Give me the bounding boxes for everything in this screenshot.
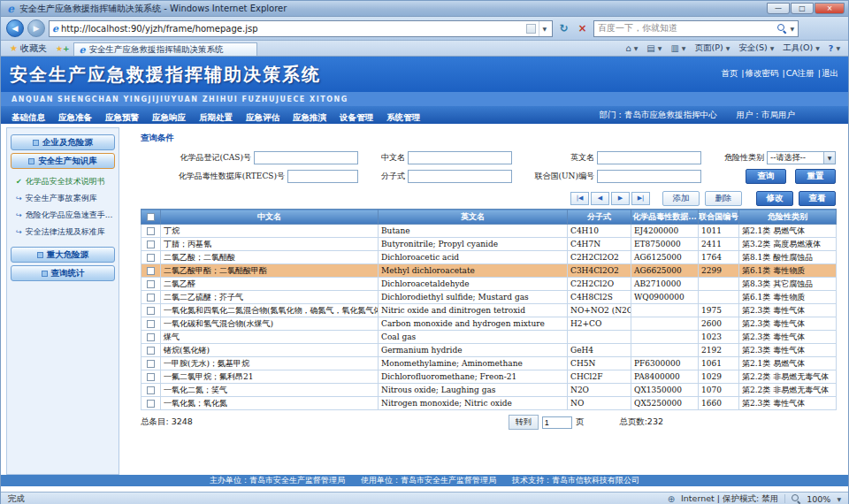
department-label: 部门：青岛市应急救援指挥中心 xyxy=(600,110,717,121)
next-page-button[interactable]: ▶ xyxy=(611,192,630,205)
search-icon[interactable] xyxy=(777,24,786,33)
refresh-button[interactable]: ↻ xyxy=(556,22,571,34)
menu-item[interactable]: 基础信息 xyxy=(11,112,45,122)
tools-menu-button[interactable]: 工具(O)▼ xyxy=(778,42,824,54)
sidebar-button[interactable]: 重大危险源 xyxy=(11,247,115,263)
print-button[interactable]: ▥▼ xyxy=(666,43,690,53)
goto-page-button[interactable]: 转到 xyxy=(509,415,539,430)
table-row[interactable]: 一甲胺(无水)；氨基甲烷Monomethylamine; Aminomethan… xyxy=(142,357,837,370)
field-label: 化学品登记(CAS)号 xyxy=(141,152,254,164)
page-menu-button[interactable]: 页面(P)▼ xyxy=(690,42,734,54)
prev-page-button[interactable]: ◀ xyxy=(591,192,609,205)
table-row[interactable]: 二氯乙酸；二氯醋酸Dichloroacetic acidC2H2Cl2O2AG6… xyxy=(142,251,837,264)
first-page-button[interactable]: |◀ xyxy=(570,192,589,205)
menu-item[interactable]: 设备管理 xyxy=(340,112,373,122)
menu-item[interactable]: 后期处置 xyxy=(199,112,233,122)
view-button[interactable]: 查看 xyxy=(799,191,836,206)
row-checkbox[interactable] xyxy=(147,254,155,262)
security-zone-label: Internet | 保护模式: 禁用 xyxy=(681,493,778,504)
table-row[interactable]: 一氧化氮；氧化氮Nitrogen monoxide; Nitric oxideN… xyxy=(142,397,837,410)
minimize-button[interactable]: — xyxy=(767,3,790,14)
address-dropdown-icon[interactable]: ▼ xyxy=(539,21,549,36)
zoom-dropdown-icon[interactable]: ▼ xyxy=(837,496,841,502)
maximize-button[interactable]: □ xyxy=(791,3,814,14)
menu-item[interactable]: 应急评估 xyxy=(246,112,279,122)
sidebar-link[interactable]: ↪安全法律法规及标准库 xyxy=(10,224,116,241)
search-input[interactable]: 百度一下，你就知道 xyxy=(598,22,774,34)
cas-number-input[interactable] xyxy=(254,151,358,164)
table-row[interactable]: 一氟二氯甲烷；氟利昂21Dichlorofluoromethane; Freon… xyxy=(142,370,837,384)
sidebar-button[interactable]: 企业及危险源 xyxy=(11,134,115,150)
english-name-input[interactable] xyxy=(597,151,701,164)
row-checkbox[interactable] xyxy=(147,307,155,315)
search-box[interactable]: 百度一下，你就知道 ▼ xyxy=(593,20,799,37)
main-panel: 查询条件 化学品登记(CAS)号中文名英文名危险性类别--请选择--▼ 化学品毒… xyxy=(125,127,848,475)
sidebar-link[interactable]: ↪危险化学品应急速查手... xyxy=(10,207,116,224)
table-row[interactable]: 锗烷(氢化锗)Germanium hydrideGeH42192第2.3类 毒性… xyxy=(142,344,837,357)
row-checkbox[interactable] xyxy=(147,294,155,302)
cell-formula: N2O xyxy=(568,384,631,397)
modify-button[interactable]: 修改 xyxy=(756,191,793,206)
sidebar-button[interactable]: 安全生产知识库 xyxy=(11,153,115,169)
row-checkbox[interactable] xyxy=(147,227,155,235)
row-checkbox[interactable] xyxy=(147,400,155,408)
table-row[interactable]: 二氯乙醛DichloroacetaldehydeC2H2Cl2OAB271000… xyxy=(142,278,837,291)
safety-menu-button[interactable]: 安全(S)▼ xyxy=(734,42,778,54)
menu-item[interactable]: 应急响应 xyxy=(152,112,186,122)
select-all-checkbox[interactable] xyxy=(147,213,155,221)
row-checkbox[interactable] xyxy=(147,386,155,394)
menu-item[interactable]: 系统管理 xyxy=(386,112,420,122)
danger-class-select[interactable]: --请选择--▼ xyxy=(767,151,836,164)
browser-tab[interactable]: e 安全生产应急救援指挥辅助决策系统 xyxy=(73,42,257,56)
menu-item[interactable]: 应急推演 xyxy=(293,112,326,122)
sidebar-link[interactable]: ↪安全生产事故案例库 xyxy=(10,190,116,207)
row-checkbox[interactable] xyxy=(147,320,155,328)
header-link[interactable]: 修改密码 xyxy=(744,68,779,78)
add-favorite-button[interactable]: ★+ xyxy=(52,41,73,56)
chinese-name-input[interactable] xyxy=(408,151,512,164)
table-row[interactable]: 二氯二乙硫醚；芥子气Dichlorodiethyl sulfide; Musta… xyxy=(142,291,837,304)
rtecs-number-input[interactable] xyxy=(287,170,358,183)
reset-button[interactable]: 重置 xyxy=(795,169,836,184)
help-button[interactable]: ?▼ xyxy=(824,43,845,53)
search-dropdown-icon[interactable]: ▼ xyxy=(790,26,794,32)
forward-button[interactable]: ▶ xyxy=(27,19,45,37)
last-page-button[interactable]: ▶| xyxy=(631,192,650,205)
menu-item[interactable]: 应急预警 xyxy=(105,112,139,122)
compatibility-view-icon[interactable] xyxy=(526,24,536,34)
row-checkbox[interactable] xyxy=(147,373,155,381)
row-checkbox[interactable] xyxy=(147,241,155,248)
home-button[interactable]: ⌂▼ xyxy=(621,43,642,53)
header-link[interactable]: 退出 xyxy=(821,68,839,78)
delete-button[interactable]: 删除 xyxy=(705,191,742,206)
table-row[interactable]: 丁烷ButaneC4H10EJ42000001011第2.1类 易燃气体 xyxy=(142,225,837,238)
formula-input[interactable] xyxy=(408,170,512,183)
sidebar-button[interactable]: 查询统计 xyxy=(11,265,115,281)
page-number-input[interactable] xyxy=(542,416,572,429)
table-row[interactable]: 一氧化碳和氢气混合物(水煤气)Carbon monoxide and hydro… xyxy=(142,317,837,331)
header-link[interactable]: 首页 xyxy=(720,68,738,78)
header-link[interactable]: CA注册 xyxy=(785,68,815,78)
table-row[interactable]: 一氧化氮和四氧化二氮混合物(氮氧化物，确氮气，氧化氮气体)Nitric oxid… xyxy=(142,304,837,317)
address-bar[interactable]: e http://localhost:90/yjzh/frame/homepag… xyxy=(49,20,553,37)
query-row-1: 化学品登记(CAS)号中文名英文名危险性类别--请选择--▼ xyxy=(141,149,836,167)
back-button[interactable]: ◀ xyxy=(6,19,24,37)
stop-button[interactable]: × xyxy=(575,22,590,34)
sidebar-link[interactable]: ✔化学品安全技术说明书 xyxy=(10,173,116,190)
row-checkbox[interactable] xyxy=(147,280,155,288)
table-row[interactable]: 丁腈；丙基氰Butyronitrile; Propyl cyanideC4H7N… xyxy=(142,238,837,251)
close-button[interactable]: × xyxy=(815,3,845,14)
table-row[interactable]: 二氯乙酸甲酯；二氯醋酸甲酯Methyl dichloroacetateC3H4C… xyxy=(142,264,837,278)
row-checkbox[interactable] xyxy=(147,360,155,368)
row-checkbox[interactable] xyxy=(147,347,155,355)
row-checkbox[interactable] xyxy=(147,333,155,341)
add-button[interactable]: 添加 xyxy=(662,191,700,206)
table-row[interactable]: 一氧化二氮；笑气Nitrous oxide; Laughing gasN2OQX… xyxy=(142,384,837,397)
un-number-input[interactable] xyxy=(597,170,701,183)
feeds-button[interactable]: ▤▼ xyxy=(642,43,666,53)
table-row[interactable]: 煤气Coal gas1023第2.3类 毒性气体 xyxy=(142,331,837,344)
search-button[interactable]: 查询 xyxy=(746,169,786,184)
menu-item[interactable]: 应急准备 xyxy=(58,112,92,122)
row-checkbox[interactable] xyxy=(147,267,155,275)
favorites-button[interactable]: ★ 收藏夹 xyxy=(4,41,52,56)
